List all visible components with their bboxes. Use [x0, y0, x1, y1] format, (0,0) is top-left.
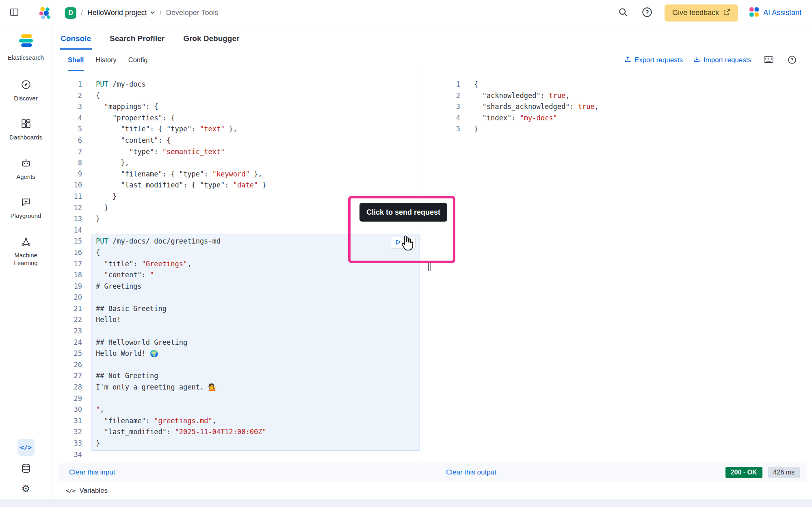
- clear-output-link[interactable]: Clear this output: [446, 468, 496, 477]
- sidebar-item-dev-tools[interactable]: </>: [17, 439, 35, 456]
- breadcrumb-separator: /: [160, 9, 162, 17]
- svg-text:?: ?: [645, 9, 649, 15]
- sidebar-item-label: Playground: [11, 212, 41, 220]
- sidebar-item-machine-learning[interactable]: Machine Learning: [2, 236, 50, 267]
- external-link-icon: [723, 9, 730, 17]
- code-line: PUT /my-docs/_doc/greetings-md: [96, 236, 266, 247]
- compass-icon: [21, 79, 31, 91]
- deployment-badge[interactable]: D: [65, 7, 76, 19]
- response-output[interactable]: { "acknowledged": true, "shards_acknowle…: [474, 79, 599, 135]
- line-number: 21: [58, 303, 82, 315]
- breadcrumb-separator: /: [81, 9, 83, 17]
- breadcrumb-current-page: Developer Tools: [166, 9, 219, 17]
- sidebar-item-agents[interactable]: Agents: [2, 158, 50, 181]
- code-line: "shards_acknowledged": true,: [474, 101, 599, 113]
- code-line: PUT /my-docs: [96, 79, 266, 90]
- line-number: 1: [437, 79, 460, 90]
- request-editor[interactable]: PUT /my-docs{ "mappings": { "properties"…: [96, 79, 266, 460]
- line-number: 18: [58, 270, 82, 281]
- line-number: 6: [58, 135, 82, 146]
- response-pane: 12345 { "acknowledged": true, "shards_ac…: [437, 71, 806, 463]
- line-number: 8: [58, 157, 82, 169]
- dashboards-icon: [21, 118, 31, 131]
- give-feedback-button[interactable]: Give feedback: [665, 4, 738, 22]
- output-line-numbers: 12345: [437, 79, 460, 135]
- code-line: ## Helloworld Greeting: [96, 337, 266, 348]
- sidebar-item-label: Elasticsearch: [8, 54, 44, 62]
- code-line: }: [96, 213, 266, 225]
- keyboard-icon: [764, 56, 773, 64]
- sidebar-item-data-management[interactable]: [19, 462, 33, 476]
- subtab-shell[interactable]: Shell: [68, 50, 84, 71]
- variables-label: Variables: [79, 487, 108, 495]
- sidebar-item-label: Agents: [16, 173, 35, 181]
- line-number: 15: [58, 236, 82, 247]
- import-requests-link[interactable]: Import requests: [693, 56, 751, 65]
- code-line: "index": "my-docs": [474, 113, 599, 124]
- tab-grok-debugger[interactable]: Grok Debugger: [182, 31, 240, 50]
- tab-console[interactable]: Console: [60, 31, 92, 50]
- elastic-logo[interactable]: [38, 6, 52, 20]
- ai-assistant-icon: [749, 7, 759, 19]
- give-feedback-label: Give feedback: [672, 9, 719, 17]
- search-button[interactable]: [617, 7, 630, 20]
- line-number: 19: [58, 281, 82, 292]
- sidebar-item-playground[interactable]: Playground: [2, 197, 50, 220]
- line-number: 33: [58, 438, 82, 449]
- line-number: 3: [437, 101, 460, 113]
- code-line: [96, 225, 266, 236]
- code-line: ## Basic Greeting: [96, 303, 266, 315]
- code-line: }: [96, 438, 266, 449]
- sidebar-footer: </> ⚙: [17, 439, 35, 496]
- sidebar-item-dashboards[interactable]: Dashboards: [2, 118, 50, 141]
- export-requests-link[interactable]: Export requests: [624, 56, 683, 65]
- line-number: 34: [58, 449, 82, 461]
- code-line: I'm only a greeting agent. 💁: [96, 382, 266, 393]
- pane-resizer[interactable]: [422, 71, 437, 463]
- status-badge: 200 - OK: [725, 467, 762, 478]
- help-button[interactable]: ?: [641, 7, 654, 20]
- sidebar-item-elasticsearch[interactable]: Elasticsearch: [2, 32, 50, 62]
- export-icon: [624, 56, 631, 65]
- keyboard-shortcuts-button[interactable]: [762, 54, 775, 67]
- subtab-history[interactable]: History: [95, 50, 116, 71]
- code-line: "last_modified": { "type": "date" }: [96, 180, 266, 191]
- console-help-button[interactable]: ?: [786, 54, 799, 67]
- code-line: "properties": {: [96, 113, 266, 124]
- line-number: 25: [58, 348, 82, 359]
- database-icon: [21, 463, 31, 475]
- line-number: 12: [58, 202, 82, 214]
- line-number: 14: [58, 225, 82, 236]
- console-subtab-bar: Shell History Config Export requests: [58, 50, 806, 71]
- code-line: "type": "semantic_text": [96, 146, 266, 158]
- dev-tools-icon: </>: [20, 444, 32, 451]
- sidebar-item-discover[interactable]: Discover: [2, 79, 50, 102]
- sidebar-item-label: Machine Learning: [2, 251, 50, 267]
- line-number: 22: [58, 314, 82, 326]
- sidebar-item-settings[interactable]: ⚙: [19, 482, 33, 496]
- header-actions: ? Give feedback: [617, 4, 801, 22]
- line-number: 7: [58, 146, 82, 158]
- machine-learning-icon: [21, 236, 31, 248]
- breadcrumb-project-link[interactable]: HelloWorld project: [87, 9, 155, 17]
- code-line: {: [96, 247, 266, 259]
- ai-assistant-button[interactable]: AI Assistant: [749, 7, 801, 19]
- subtab-config[interactable]: Config: [128, 50, 148, 71]
- variables-toggle[interactable]: </> Variables: [58, 482, 806, 499]
- top-header: D / HelloWorld project / Developer Tools: [0, 0, 812, 26]
- code-line: "content": {: [96, 135, 266, 146]
- line-number: 30: [58, 404, 82, 416]
- code-line: [96, 393, 266, 405]
- svg-text:?: ?: [790, 57, 793, 63]
- line-number: 29: [58, 393, 82, 405]
- code-line: Hello World! 🌍: [96, 348, 266, 359]
- tab-search-profiler[interactable]: Search Profiler: [109, 31, 165, 50]
- code-line: ## Not Greeting: [96, 370, 266, 382]
- code-line: }: [96, 202, 266, 214]
- sidebar-item-label: Dashboards: [9, 133, 42, 141]
- clear-input-link[interactable]: Clear this input: [69, 468, 115, 476]
- nav-menu-button[interactable]: [8, 7, 20, 19]
- code-icon: </>: [66, 487, 75, 494]
- code-line: },: [96, 157, 266, 169]
- line-number: 26: [58, 359, 82, 371]
